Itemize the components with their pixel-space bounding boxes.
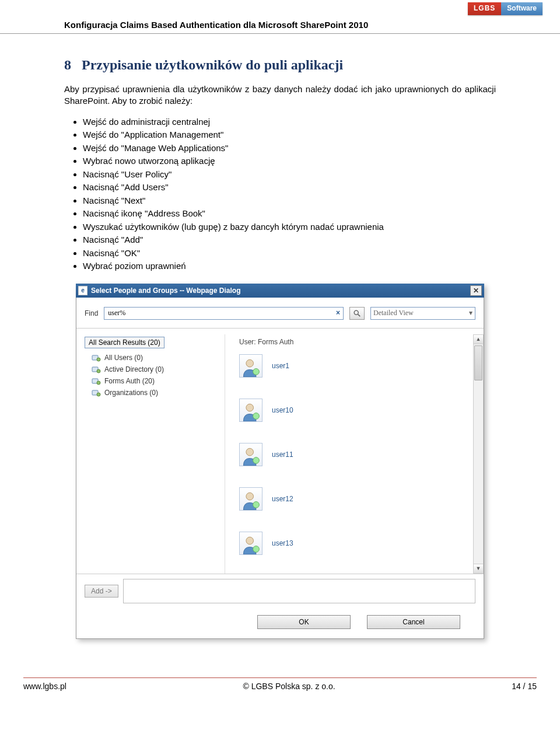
step-item: Nacisnąć ikonę "Address Book" [83,207,496,221]
magnifier-icon [353,309,361,317]
footer-url: www.lgbs.pl [23,682,66,691]
step-item: Wybrać nowo utworzoną aplikację [83,155,496,168]
tree-item[interactable]: Active Directory (0) [85,364,225,375]
step-item: Nacisnąć "OK" [83,247,496,260]
search-button[interactable] [349,307,365,320]
svg-point-19 [253,546,260,552]
user-icon [239,487,262,511]
ok-button[interactable]: OK [257,615,351,629]
group-icon [92,365,101,373]
step-item: Nacisnąć "Add Users" [83,181,496,194]
step-item: Wejść do administracji centralnej [83,116,496,129]
tree-item[interactable]: All Users (0) [85,352,225,364]
svg-point-12 [246,404,254,411]
svg-point-10 [246,359,254,367]
close-button[interactable]: ✕ [470,285,482,296]
svg-point-3 [97,358,100,361]
scroll-thumb[interactable] [474,345,482,380]
user-icon [239,399,262,422]
user-row[interactable]: user13 [239,532,471,555]
step-item: Wyszukać użytkowników (lub gupę) z bazy … [83,221,496,234]
group-icon [92,377,101,385]
scroll-down-icon[interactable]: ▼ [474,564,483,573]
user-icon [239,443,262,466]
footer-copyright: © LGBS Polska sp. z o.o. [243,682,335,691]
footer-page-number: 14 / 15 [512,682,537,691]
svg-point-14 [246,448,254,456]
user-name: user1 [272,362,289,370]
user-name: user13 [272,539,293,547]
user-name: user10 [272,406,293,414]
svg-point-7 [97,381,100,385]
chevron-down-icon: ▾ [469,309,473,317]
user-row[interactable]: user10 [239,399,471,422]
view-select[interactable]: Detailed View ▾ [370,307,475,320]
clear-search-icon[interactable]: × [336,309,340,317]
step-item: Wejść do "Application Management" [83,128,496,142]
svg-point-11 [253,368,260,375]
tree-item-label: All Users (0) [104,354,143,362]
add-button[interactable]: Add -> [85,585,118,598]
dialog-window: e Select People and Groups -- Webpage Di… [76,284,484,639]
tree-item[interactable]: Forms Auth (20) [85,375,225,387]
results-tree: All Search Results (20) All Users (0) A [85,334,225,574]
tree-item-label: Forms Auth (20) [104,377,155,385]
user-name: user12 [272,495,293,503]
group-icon [92,354,101,362]
step-item: Wybrać poziom uprawnień [83,260,496,273]
svg-point-5 [97,369,100,373]
find-input[interactable] [104,307,344,320]
section-title: Przypisanie użytkowników do puli aplikac… [82,57,343,72]
svg-point-15 [253,457,260,463]
brand-logo: LGBS Software [0,0,560,15]
dialog-title: Select People and Groups -- Webpage Dial… [91,287,470,295]
user-row[interactable]: user11 [239,443,471,466]
user-name: user11 [272,450,293,459]
results-header: User: Forms Auth [239,338,471,346]
logo-right: Software [501,2,542,15]
user-row[interactable]: user1 [239,354,471,378]
dialog-titlebar[interactable]: e Select People and Groups -- Webpage Di… [76,284,484,298]
tree-item-label: Active Directory (0) [104,365,164,373]
tree-item-label: Organizations (0) [104,389,158,397]
results-scrollbar[interactable]: ▲ ▼ [473,334,484,574]
section-heading: 8Przypisanie użytkowników do puli aplika… [64,57,496,73]
find-label: Find [85,309,98,317]
group-icon [92,389,101,397]
user-row[interactable]: user12 [239,487,471,511]
cancel-button[interactable]: Cancel [367,615,460,629]
step-item: Nacisnąć "Add" [83,233,496,247]
svg-point-16 [246,493,254,500]
step-item: Nacisnąć "User Policy" [83,168,496,181]
step-item: Nacisnąć "Next" [83,194,496,208]
section-number: 8 [64,57,71,73]
intro-paragraph: Aby przypisać uprawnienia dla użytkownik… [64,83,496,107]
scroll-up-icon[interactable]: ▲ [474,335,483,344]
tree-item[interactable]: Organizations (0) [85,387,225,399]
document-header: Konfiguracja Claims Based Authentication… [0,20,560,34]
tree-root[interactable]: All Search Results (20) [85,337,164,348]
ie-page-icon: e [78,286,88,295]
page-footer: www.lgbs.pl © LGBS Polska sp. z o.o. 14 … [23,677,537,691]
view-select-value: Detailed View [373,309,414,317]
logo-left: LGBS [468,2,501,15]
svg-point-13 [253,413,260,419]
svg-point-9 [97,393,100,396]
svg-point-17 [253,501,260,508]
svg-point-0 [354,310,358,315]
svg-line-1 [358,314,360,316]
user-icon [239,354,262,378]
svg-point-18 [246,537,254,544]
step-list: Wejść do administracji centralnej Wejść … [78,116,496,273]
selected-users-box[interactable] [123,579,475,603]
user-icon [239,532,262,555]
step-item: Wejść do "Manage Web Applications" [83,142,496,155]
